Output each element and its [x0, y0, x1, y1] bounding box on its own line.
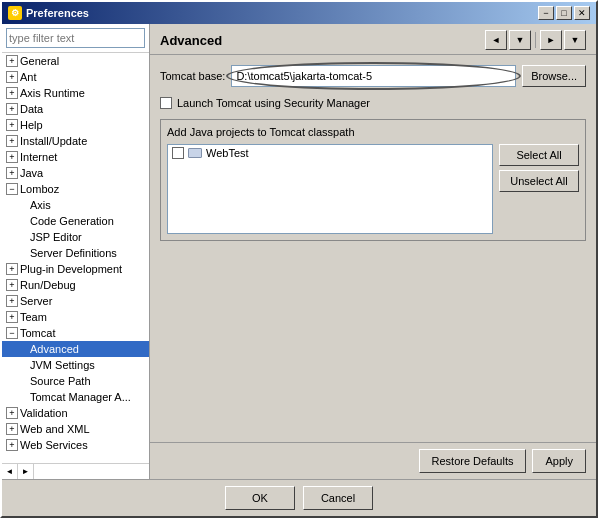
expand-install-update[interactable]: + — [6, 135, 18, 147]
scroll-right-arrow[interactable]: ► — [18, 464, 34, 480]
expand-validation[interactable]: + — [6, 407, 18, 419]
filter-input[interactable] — [6, 28, 145, 48]
sidebar-item-jvm-settings[interactable]: JVM Settings — [2, 357, 149, 373]
scroll-left-arrow[interactable]: ◄ — [2, 464, 18, 480]
sidebar-item-label: Web and XML — [20, 423, 90, 435]
sidebar-item-label: JVM Settings — [30, 359, 95, 371]
sidebar-item-web-services[interactable]: + Web Services — [2, 437, 149, 453]
sidebar-item-label: Team — [20, 311, 47, 323]
sidebar: + General + Ant + Axis Runtime + Data — [2, 24, 150, 479]
expand-team[interactable]: + — [6, 311, 18, 323]
sidebar-item-label: Validation — [20, 407, 68, 419]
expand-general[interactable]: + — [6, 55, 18, 67]
ok-button[interactable]: OK — [225, 486, 295, 510]
expand-help[interactable]: + — [6, 119, 18, 131]
dropdown-button[interactable]: ▼ — [509, 30, 531, 50]
sidebar-item-label: Web Services — [20, 439, 88, 451]
classpath-title: Add Java projects to Tomcat classpath — [167, 126, 579, 138]
sidebar-item-label: Advanced — [30, 343, 79, 355]
main-content: Tomcat base: Browse... Launch Tomcat usi… — [150, 55, 596, 442]
expand-web-services[interactable]: + — [6, 439, 18, 451]
webtest-checkbox[interactable] — [172, 147, 184, 159]
sidebar-item-label: Data — [20, 103, 43, 115]
tomcat-base-input[interactable] — [231, 65, 516, 87]
sidebar-item-team[interactable]: + Team — [2, 309, 149, 325]
launch-checkbox[interactable] — [160, 97, 172, 109]
webtest-folder-icon — [188, 148, 202, 158]
classpath-item-webtest[interactable]: WebTest — [168, 145, 492, 161]
sidebar-item-advanced[interactable]: Advanced — [2, 341, 149, 357]
sidebar-item-tomcat[interactable]: − Tomcat — [2, 325, 149, 341]
close-button[interactable]: ✕ — [574, 6, 590, 20]
expand-internet[interactable]: + — [6, 151, 18, 163]
launch-checkbox-label: Launch Tomcat using Security Manager — [177, 97, 370, 109]
classpath-buttons: Select All Unselect All — [499, 144, 579, 234]
sidebar-item-jsp-editor[interactable]: JSP Editor — [2, 229, 149, 245]
sidebar-item-ant[interactable]: + Ant — [2, 69, 149, 85]
preferences-icon: ⚙ — [8, 6, 22, 20]
restore-defaults-button[interactable]: Restore Defaults — [419, 449, 527, 473]
sidebar-item-web-and-xml[interactable]: + Web and XML — [2, 421, 149, 437]
sidebar-item-run-debug[interactable]: + Run/Debug — [2, 277, 149, 293]
expand-server[interactable]: + — [6, 295, 18, 307]
title-bar: ⚙ Preferences − □ ✕ — [2, 2, 596, 24]
sidebar-item-plugin-development[interactable]: + Plug-in Development — [2, 261, 149, 277]
unselect-all-button[interactable]: Unselect All — [499, 170, 579, 192]
expand-java[interactable]: + — [6, 167, 18, 179]
main-title: Advanced — [160, 33, 222, 48]
sidebar-item-internet[interactable]: + Internet — [2, 149, 149, 165]
apply-button[interactable]: Apply — [532, 449, 586, 473]
sidebar-item-label: Axis Runtime — [20, 87, 85, 99]
select-all-button[interactable]: Select All — [499, 144, 579, 166]
expand-axis-runtime[interactable]: + — [6, 87, 18, 99]
sidebar-item-lomboz[interactable]: − Lomboz — [2, 181, 149, 197]
expand-run-debug[interactable]: + — [6, 279, 18, 291]
sidebar-item-label: Server — [20, 295, 52, 307]
sidebar-item-label: Axis — [30, 199, 51, 211]
forward-dropdown-button[interactable]: ▼ — [564, 30, 586, 50]
sidebar-item-axis-runtime[interactable]: + Axis Runtime — [2, 85, 149, 101]
expand-tomcat[interactable]: − — [6, 327, 18, 339]
browse-button[interactable]: Browse... — [522, 65, 586, 87]
content-area: + General + Ant + Axis Runtime + Data — [2, 24, 596, 479]
tomcat-base-label: Tomcat base: — [160, 70, 225, 82]
sidebar-item-label: Java — [20, 167, 43, 179]
sidebar-item-server-definitions[interactable]: Server Definitions — [2, 245, 149, 261]
sidebar-item-label: Run/Debug — [20, 279, 76, 291]
bottom-bar: OK Cancel — [2, 479, 596, 516]
expand-plugin[interactable]: + — [6, 263, 18, 275]
sidebar-item-install-update[interactable]: + Install/Update — [2, 133, 149, 149]
nav-buttons: ◄ ▼ ► ▼ — [485, 30, 586, 50]
tomcat-base-input-wrap — [231, 65, 516, 87]
back-button[interactable]: ◄ — [485, 30, 507, 50]
sidebar-item-axis[interactable]: Axis — [2, 197, 149, 213]
sidebar-item-help[interactable]: + Help — [2, 117, 149, 133]
sidebar-item-server[interactable]: + Server — [2, 293, 149, 309]
classpath-inner: WebTest Select All Unselect All — [167, 144, 579, 234]
sidebar-item-java[interactable]: + Java — [2, 165, 149, 181]
sidebar-item-data[interactable]: + Data — [2, 101, 149, 117]
expand-web-and-xml[interactable]: + — [6, 423, 18, 435]
minimize-button[interactable]: − — [538, 6, 554, 20]
sidebar-item-general[interactable]: + General — [2, 53, 149, 69]
classpath-list[interactable]: WebTest — [167, 144, 493, 234]
sidebar-item-source-path[interactable]: Source Path — [2, 373, 149, 389]
expand-lomboz[interactable]: − — [6, 183, 18, 195]
sidebar-bottom: ◄ ► — [2, 463, 149, 479]
sidebar-item-tomcat-manager[interactable]: Tomcat Manager A... — [2, 389, 149, 405]
maximize-button[interactable]: □ — [556, 6, 572, 20]
expand-ant[interactable]: + — [6, 71, 18, 83]
tomcat-base-row: Tomcat base: Browse... — [160, 65, 586, 87]
main-panel: Advanced ◄ ▼ ► ▼ Tomcat base: B — [150, 24, 596, 479]
cancel-button[interactable]: Cancel — [303, 486, 373, 510]
forward-button[interactable]: ► — [540, 30, 562, 50]
sidebar-item-label: Tomcat Manager A... — [30, 391, 131, 403]
title-bar-buttons: − □ ✕ — [538, 6, 590, 20]
sidebar-item-validation[interactable]: + Validation — [2, 405, 149, 421]
sidebar-item-label: Internet — [20, 151, 57, 163]
sidebar-item-code-generation[interactable]: Code Generation — [2, 213, 149, 229]
expand-data[interactable]: + — [6, 103, 18, 115]
nav-separator — [535, 32, 536, 48]
sidebar-item-label: Lomboz — [20, 183, 59, 195]
sidebar-item-label: Help — [20, 119, 43, 131]
